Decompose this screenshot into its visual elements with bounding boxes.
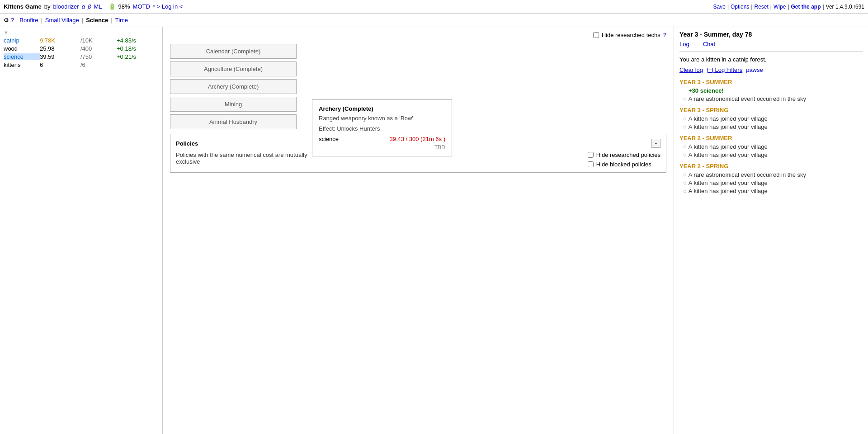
top-bar: Kittens Game by bloodrizer α β ML 🔋 98% …: [0, 0, 868, 14]
help-icon[interactable]: ?: [11, 17, 14, 24]
game-title: Kittens Game: [4, 3, 42, 10]
hide-researched-policies-label: Hide researched policies: [596, 151, 660, 158]
log-year-label: YEAR 2 - SUMMER: [679, 135, 863, 142]
tab-time[interactable]: Time: [115, 17, 128, 24]
log-entries: YEAR 3 - SUMMER+30 science!○A rare astro…: [679, 79, 863, 194]
left-sidebar: ▼ catnip9.78K/10K+4.83/swood25.98/400+0.…: [0, 27, 163, 434]
resource-amount-kittens: 6: [40, 61, 80, 68]
right-divider: [679, 51, 863, 52]
tab-science[interactable]: Science: [86, 17, 108, 24]
beta-link[interactable]: β: [88, 3, 91, 10]
log-entry: ○A kitten has joined your village: [683, 143, 863, 150]
resource-rate-science: +0.21/s: [117, 53, 157, 60]
log-entry: ○A kitten has joined your village: [683, 151, 863, 158]
resource-max-catnip: /10K: [80, 37, 117, 44]
tech-button-archery[interactable]: Archery (Complete): [170, 79, 297, 94]
save-link[interactable]: Save: [713, 4, 726, 10]
ml-link[interactable]: ML: [94, 3, 102, 10]
tab-bonfire[interactable]: Bonfire: [19, 17, 38, 24]
resource-row: science39.59/750+0.21/s: [4, 53, 159, 60]
resource-max-wood: /400: [80, 45, 117, 52]
by-label: by: [44, 3, 51, 10]
battery-pct: 98%: [118, 3, 130, 10]
hide-researched-policies-row: Hide researched policies: [588, 151, 660, 158]
battery-indicator: 🔋: [108, 3, 116, 10]
alpha-link[interactable]: α: [82, 3, 85, 10]
log-entry: ○A kitten has joined your village: [683, 179, 863, 186]
resource-name-catnip[interactable]: catnip: [4, 37, 40, 44]
wipe-link[interactable]: Wipe: [774, 4, 786, 10]
get-app-link[interactable]: Get the app: [791, 4, 821, 10]
options-link[interactable]: Options: [731, 4, 749, 10]
tooltip-title: Archery (Complete): [319, 105, 445, 112]
log-year-label: YEAR 3 - SPRING: [679, 107, 863, 113]
save-options-bar: Save | Options | Reset | Wipe | Get the …: [713, 4, 864, 10]
tooltip-popup: Archery (Complete) Ranged weaponry known…: [312, 99, 452, 156]
log-controls: Clear log [+] Log Filters pawse: [679, 66, 863, 73]
log-entry: ○A kitten has joined your village: [683, 123, 863, 130]
reset-link[interactable]: Reset: [755, 4, 769, 10]
policies-description: Policies with the same numerical cost ar…: [176, 151, 311, 165]
policies-collapse-button[interactable]: -: [651, 139, 660, 148]
motd-link[interactable]: MOTD: [133, 3, 150, 10]
resource-amount-science: 39.59: [40, 53, 80, 60]
log-section: YEAR 3 - SUMMER+30 science!○A rare astro…: [679, 79, 863, 102]
resource-amount-wood: 25.98: [40, 45, 80, 52]
hide-blocked-policies-row: Hide blocked policies: [588, 161, 660, 168]
right-panel: Year 3 - Summer, day 78 Log Chat You are…: [674, 27, 868, 434]
resource-max-kittens: /6: [80, 61, 117, 68]
hide-blocked-policies-checkbox[interactable]: [588, 161, 594, 167]
tooltip-desc1: Ranged weaponry known as a 'Bow'.: [319, 115, 445, 122]
policies-checkboxes: Hide researched policies Hide blocked po…: [588, 151, 660, 168]
resource-rate-catnip: +4.83/s: [117, 37, 157, 44]
tech-button-mining[interactable]: Mining: [170, 97, 297, 112]
log-entry: ○A kitten has joined your village: [683, 188, 863, 194]
resource-amount-catnip: 9.78K: [40, 37, 80, 44]
resource-max-science: /750: [80, 53, 117, 60]
tech-button-agriculture[interactable]: Agriculture (Complete): [170, 61, 297, 76]
log-entry: ○A rare astronomical event occurred in t…: [683, 95, 863, 102]
login-link[interactable]: * > Log in <: [153, 3, 183, 10]
log-section: YEAR 2 - SPRING○A rare astronomical even…: [679, 163, 863, 194]
tooltip-cost-value: 39.43 / 300 (21m 6s ): [389, 136, 445, 142]
log-section: YEAR 3 - SPRING○A kitten has joined your…: [679, 107, 863, 130]
tab-village[interactable]: Small Village: [45, 17, 79, 24]
log-filters-link[interactable]: [+] Log Filters: [707, 66, 742, 73]
tooltip-cost-label: science: [319, 136, 339, 142]
resource-name-wood[interactable]: wood: [4, 45, 40, 52]
resource-name-science[interactable]: science: [4, 53, 40, 60]
right-intro: You are a kitten in a catnip forest.: [679, 56, 863, 63]
log-entry: ○A rare astronomical event occurred in t…: [683, 171, 863, 178]
nav-bar: ⚙ ? Bonfire | Small Village | Science | …: [0, 14, 868, 27]
pawse-link[interactable]: pawse: [746, 66, 763, 73]
log-chat-tabs: Log Chat: [679, 41, 863, 47]
clear-log-link[interactable]: Clear log: [679, 66, 703, 73]
resource-row: catnip9.78K/10K+4.83/s: [4, 37, 159, 44]
main-layout: ▼ catnip9.78K/10K+4.83/swood25.98/400+0.…: [0, 27, 868, 434]
resource-row: kittens6/6: [4, 61, 159, 68]
resource-name-kittens[interactable]: kittens: [4, 61, 40, 68]
tooltip-desc2: Effect: Unlocks Hunters: [319, 125, 445, 132]
tooltip-cost-row: science 39.43 / 300 (21m 6s ): [319, 136, 445, 142]
settings-icon[interactable]: ⚙: [4, 17, 9, 24]
policies-title: Policies: [176, 140, 198, 147]
log-year-label: YEAR 3 - SUMMER: [679, 79, 863, 85]
hide-researched-policies-checkbox[interactable]: [588, 152, 594, 158]
hide-tech-help[interactable]: ?: [663, 32, 666, 38]
hide-tech-row: Hide researched techs ?: [170, 32, 666, 38]
log-section: YEAR 2 - SUMMER○A kitten has joined your…: [679, 135, 863, 158]
tech-button-animal-husbandry[interactable]: Animal Husbandry: [170, 114, 297, 129]
author-link[interactable]: bloodrizer: [53, 3, 79, 10]
sidebar-arrow: ▼: [4, 30, 159, 35]
center-content: Hide researched techs ? Calendar (Comple…: [163, 27, 674, 434]
hide-researched-label: Hide researched techs: [602, 32, 660, 38]
tech-button-calendar[interactable]: Calendar (Complete): [170, 44, 297, 59]
resource-list: catnip9.78K/10K+4.83/swood25.98/400+0.18…: [4, 37, 159, 68]
log-entry: ○A kitten has joined your village: [683, 115, 863, 122]
chat-tab[interactable]: Chat: [703, 41, 715, 47]
hide-researched-checkbox[interactable]: [593, 32, 599, 38]
hide-blocked-policies-label: Hide blocked policies: [596, 161, 651, 168]
resource-rate-wood: +0.18/s: [117, 45, 157, 52]
log-entry: +30 science!: [683, 87, 863, 94]
log-tab[interactable]: Log: [679, 41, 689, 47]
